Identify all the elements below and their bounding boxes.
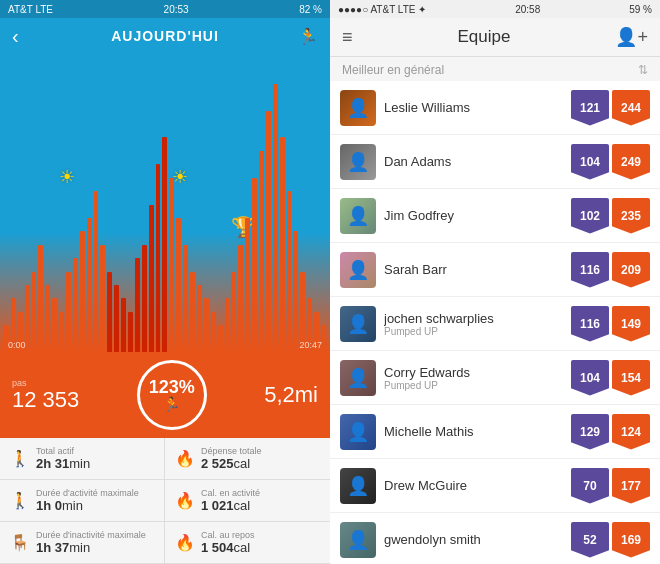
distance-stat: 5,2mi [264,383,318,407]
right-battery: 59 % [629,4,652,15]
score-orange: 124 [612,414,650,450]
left-time: 20:53 [164,4,189,15]
member-name: Jim Godfrey [384,208,563,223]
detail-value: 1 021cal [201,498,260,513]
member-name: Drew McGuire [384,478,563,493]
scores: 129 124 [571,414,650,450]
bar [287,191,292,352]
detail-cell: 🔥 Cal. en activité 1 021cal [165,480,330,522]
stats-banner: pas 12 353 123% 🏃 5,2mi [0,352,330,438]
score-orange: 177 [612,468,650,504]
avatar: 👤 [340,306,376,342]
menu-button[interactable]: ≡ [342,27,353,48]
run-icon[interactable]: 🏃 [298,27,318,46]
chart-bars [0,54,330,352]
list-item[interactable]: 👤 Leslie Williams 121 244 [330,81,660,135]
detail-label: Durée d'inactivité maximale [36,530,146,540]
detail-value: 1h 0min [36,498,139,513]
member-info: Sarah Barr [384,262,563,277]
bar [252,178,257,352]
list-item[interactable]: 👤 Sarah Barr 116 209 [330,243,660,297]
detail-cell: 🔥 Cal. au repos 1 504cal [165,522,330,564]
score-purple: 129 [571,414,609,450]
bar [135,258,140,352]
bar [245,218,250,352]
avatar: 👤 [340,522,376,558]
member-name: Leslie Williams [384,100,563,115]
bar [183,245,188,352]
team-list[interactable]: 👤 Leslie Williams 121 244 👤 Dan Adams 10… [330,81,660,564]
right-header: ≡ Equipe 👤+ [330,18,660,57]
scores: 121 244 [571,90,650,126]
bar [80,231,85,352]
member-name: Dan Adams [384,154,563,169]
score-purple: 116 [571,306,609,342]
detail-text: Durée d'inactivité maximale 1h 37min [36,530,146,555]
avatar: 👤 [340,90,376,126]
list-item[interactable]: 👤 Dan Adams 104 249 [330,135,660,189]
score-orange: 209 [612,252,650,288]
bar [142,245,147,352]
bar [259,151,264,352]
right-status-bar: ●●●●○ AT&T LTE ✦ 20:58 59 % [330,0,660,18]
bar [280,137,285,352]
avatar: 👤 [340,360,376,396]
detail-text: Total actif 2h 31min [36,446,90,471]
detail-label: Cal. en activité [201,488,260,498]
detail-icon: 🔥 [175,491,195,510]
detail-cell: 🔥 Dépense totale 2 525cal [165,438,330,480]
avatar: 👤 [340,252,376,288]
detail-stats: 🚶 Total actif 2h 31min 🔥 Dépense totale … [0,438,330,564]
list-item[interactable]: 👤 Jim Godfrey 102 235 [330,189,660,243]
bar [162,137,167,352]
member-info: Dan Adams [384,154,563,169]
score-orange: 235 [612,198,650,234]
detail-value: 2 525cal [201,456,262,471]
detail-icon: 🚶 [10,491,30,510]
score-orange: 244 [612,90,650,126]
member-sub: Pumped UP [384,380,563,391]
back-button[interactable]: ‹ [12,25,19,48]
left-header: ‹ AUJOURD'HUI 🏃 [0,18,330,54]
list-item[interactable]: 👤 gwendolyn smith 52 169 [330,513,660,564]
detail-icon: 🔥 [175,449,195,468]
left-status-bar: AT&T LTE 20:53 82 % [0,0,330,18]
sort-icon[interactable]: ⇅ [638,63,648,77]
add-user-button[interactable]: 👤+ [615,26,648,48]
detail-value: 1h 37min [36,540,146,555]
list-item[interactable]: 👤 Drew McGuire 70 177 [330,459,660,513]
score-orange: 169 [612,522,650,558]
detail-label: Dépense totale [201,446,262,456]
member-info: Jim Godfrey [384,208,563,223]
member-sub: Pumped UP [384,326,563,337]
score-purple: 116 [571,252,609,288]
detail-value: 2h 31min [36,456,90,471]
left-carrier: AT&T LTE [8,4,53,15]
list-item[interactable]: 👤 Michelle Mathis 129 124 [330,405,660,459]
list-item[interactable]: 👤 jochen schwarplies Pumped UP 116 149 [330,297,660,351]
right-title: Equipe [458,27,511,47]
steps-value: 12 353 [12,388,79,412]
list-item[interactable]: 👤 Corry Edwards Pumped UP 104 154 [330,351,660,405]
avatar: 👤 [340,144,376,180]
detail-cell: 🚶 Durée d'activité maximale 1h 0min [0,480,165,522]
scores: 116 149 [571,306,650,342]
left-panel: AT&T LTE 20:53 82 % ‹ AUJOURD'HUI 🏃 ☀ ☀ … [0,0,330,564]
bar [266,111,271,352]
detail-label: Durée d'activité maximale [36,488,139,498]
detail-value: 1 504cal [201,540,255,555]
bar [176,218,181,352]
member-info: jochen schwarplies Pumped UP [384,311,563,337]
avatar: 👤 [340,414,376,450]
bar [94,191,99,352]
percent-value: 123% [149,378,195,396]
member-info: Corry Edwards Pumped UP [384,365,563,391]
member-info: Michelle Mathis [384,424,563,439]
percent-circle: 123% 🏃 [137,360,207,430]
left-battery: 82 % [299,4,322,15]
bar [100,245,105,352]
member-info: gwendolyn smith [384,532,563,547]
score-orange: 154 [612,360,650,396]
right-carrier: ●●●●○ AT&T LTE ✦ [338,4,426,15]
bar [149,205,154,353]
